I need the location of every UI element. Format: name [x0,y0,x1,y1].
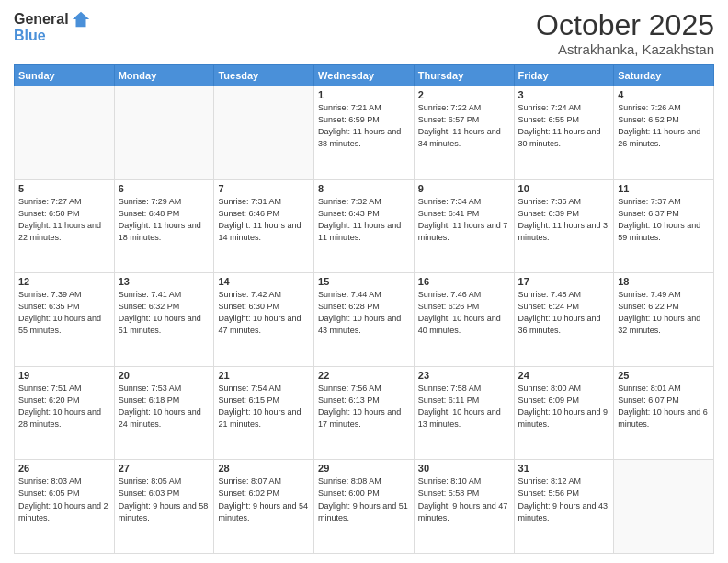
day-of-week-header: Wednesday [314,65,415,86]
day-info: Sunrise: 8:03 AM Sunset: 6:05 PM Dayligh… [18,476,110,523]
calendar-day-cell: 9Sunrise: 7:34 AM Sunset: 6:41 PM Daylig… [414,179,514,273]
calendar-day-cell: 13Sunrise: 7:41 AM Sunset: 6:32 PM Dayli… [114,273,214,367]
day-number: 29 [318,463,410,474]
logo-general-text: General [14,11,69,28]
day-info: Sunrise: 7:21 AM Sunset: 6:59 PM Dayligh… [318,102,410,150]
day-number: 8 [318,183,410,194]
calendar-day-cell: 4Sunrise: 7:26 AM Sunset: 6:52 PM Daylig… [614,86,714,180]
day-info: Sunrise: 7:37 AM Sunset: 6:37 PM Dayligh… [618,196,710,244]
day-info: Sunrise: 7:44 AM Sunset: 6:28 PM Dayligh… [318,289,410,337]
calendar-day-cell [114,86,214,180]
calendar-day-cell: 26Sunrise: 8:03 AM Sunset: 6:05 PM Dayli… [15,460,115,554]
calendar-day-cell: 3Sunrise: 7:24 AM Sunset: 6:55 PM Daylig… [514,86,614,180]
calendar-day-cell: 11Sunrise: 7:37 AM Sunset: 6:37 PM Dayli… [614,179,714,273]
day-info: Sunrise: 8:00 AM Sunset: 6:09 PM Dayligh… [518,383,610,431]
day-number: 14 [218,276,310,287]
calendar-day-cell: 29Sunrise: 8:08 AM Sunset: 6:00 PM Dayli… [314,460,415,554]
day-number: 17 [518,276,610,287]
day-info: Sunrise: 7:41 AM Sunset: 6:32 PM Dayligh… [119,289,210,337]
calendar-day-cell: 12Sunrise: 7:39 AM Sunset: 6:35 PM Dayli… [15,273,115,367]
month-title: October 2025 [536,9,714,41]
day-number: 9 [418,183,510,194]
calendar-week-row: 12Sunrise: 7:39 AM Sunset: 6:35 PM Dayli… [15,273,714,367]
day-number: 5 [18,183,110,194]
day-info: Sunrise: 7:54 AM Sunset: 6:15 PM Dayligh… [218,383,310,431]
calendar-day-cell: 31Sunrise: 8:12 AM Sunset: 5:56 PM Dayli… [514,460,614,554]
day-number: 11 [618,183,710,194]
calendar-day-cell: 21Sunrise: 7:54 AM Sunset: 6:15 PM Dayli… [214,366,314,460]
day-number: 3 [518,89,610,100]
day-info: Sunrise: 7:27 AM Sunset: 6:50 PM Dayligh… [18,196,110,244]
day-info: Sunrise: 7:32 AM Sunset: 6:43 PM Dayligh… [318,196,410,244]
day-number: 16 [418,276,510,287]
calendar-header-row: SundayMondayTuesdayWednesdayThursdayFrid… [15,65,714,86]
day-number: 4 [618,89,710,100]
day-number: 25 [618,370,710,381]
calendar-week-row: 19Sunrise: 7:51 AM Sunset: 6:20 PM Dayli… [15,366,714,460]
day-info: Sunrise: 7:42 AM Sunset: 6:30 PM Dayligh… [218,289,310,337]
day-info: Sunrise: 8:05 AM Sunset: 6:03 PM Dayligh… [119,476,210,523]
calendar-day-cell: 20Sunrise: 7:53 AM Sunset: 6:18 PM Dayli… [114,366,214,460]
title-area: October 2025 Astrakhanka, Kazakhstan [536,9,714,57]
calendar-day-cell [614,460,714,554]
logo: General Blue [14,9,91,44]
day-number: 1 [318,89,410,100]
day-info: Sunrise: 7:53 AM Sunset: 6:18 PM Dayligh… [119,383,210,431]
day-info: Sunrise: 7:48 AM Sunset: 6:24 PM Dayligh… [518,289,610,337]
day-of-week-header: Thursday [414,65,514,86]
calendar-day-cell: 25Sunrise: 8:01 AM Sunset: 6:07 PM Dayli… [614,366,714,460]
day-info: Sunrise: 7:22 AM Sunset: 6:57 PM Dayligh… [418,102,510,150]
svg-marker-0 [72,12,88,28]
day-info: Sunrise: 7:36 AM Sunset: 6:39 PM Dayligh… [518,196,610,244]
day-number: 28 [218,463,310,474]
day-number: 19 [18,370,110,381]
day-of-week-header: Sunday [15,65,115,86]
location-title: Astrakhanka, Kazakhstan [536,41,714,57]
day-info: Sunrise: 8:10 AM Sunset: 5:58 PM Dayligh… [418,476,510,523]
header: General Blue October 2025 Astrakhanka, K… [14,9,714,57]
day-of-week-header: Friday [514,65,614,86]
day-number: 2 [418,89,510,100]
calendar-day-cell: 5Sunrise: 7:27 AM Sunset: 6:50 PM Daylig… [15,179,115,273]
calendar-day-cell: 1Sunrise: 7:21 AM Sunset: 6:59 PM Daylig… [314,86,415,180]
day-info: Sunrise: 7:34 AM Sunset: 6:41 PM Dayligh… [418,196,510,244]
day-number: 18 [618,276,710,287]
day-info: Sunrise: 7:58 AM Sunset: 6:11 PM Dayligh… [418,383,510,431]
calendar-week-row: 5Sunrise: 7:27 AM Sunset: 6:50 PM Daylig… [15,179,714,273]
calendar-day-cell: 28Sunrise: 8:07 AM Sunset: 6:02 PM Dayli… [214,460,314,554]
calendar-day-cell: 14Sunrise: 7:42 AM Sunset: 6:30 PM Dayli… [214,273,314,367]
day-number: 26 [18,463,110,474]
day-number: 10 [518,183,610,194]
calendar-day-cell: 7Sunrise: 7:31 AM Sunset: 6:46 PM Daylig… [214,179,314,273]
day-info: Sunrise: 7:51 AM Sunset: 6:20 PM Dayligh… [18,383,110,431]
day-of-week-header: Saturday [614,65,714,86]
day-info: Sunrise: 8:01 AM Sunset: 6:07 PM Dayligh… [618,383,710,431]
calendar-day-cell: 24Sunrise: 8:00 AM Sunset: 6:09 PM Dayli… [514,366,614,460]
day-info: Sunrise: 8:12 AM Sunset: 5:56 PM Dayligh… [518,476,610,523]
day-info: Sunrise: 7:56 AM Sunset: 6:13 PM Dayligh… [318,383,410,431]
day-of-week-header: Monday [114,65,214,86]
page: General Blue October 2025 Astrakhanka, K… [0,0,728,563]
calendar-day-cell: 8Sunrise: 7:32 AM Sunset: 6:43 PM Daylig… [314,179,415,273]
day-info: Sunrise: 7:39 AM Sunset: 6:35 PM Dayligh… [18,289,110,337]
day-info: Sunrise: 7:29 AM Sunset: 6:48 PM Dayligh… [119,196,210,244]
day-number: 30 [418,463,510,474]
day-info: Sunrise: 8:08 AM Sunset: 6:00 PM Dayligh… [318,476,410,523]
day-number: 31 [518,463,610,474]
day-info: Sunrise: 7:31 AM Sunset: 6:46 PM Dayligh… [218,196,310,244]
day-number: 22 [318,370,410,381]
calendar-day-cell [214,86,314,180]
day-info: Sunrise: 7:46 AM Sunset: 6:26 PM Dayligh… [418,289,510,337]
day-number: 20 [119,370,210,381]
day-info: Sunrise: 7:49 AM Sunset: 6:22 PM Dayligh… [618,289,710,337]
calendar-day-cell [15,86,115,180]
day-info: Sunrise: 7:24 AM Sunset: 6:55 PM Dayligh… [518,102,610,150]
day-info: Sunrise: 7:26 AM Sunset: 6:52 PM Dayligh… [618,102,710,150]
day-number: 23 [418,370,510,381]
calendar-day-cell: 23Sunrise: 7:58 AM Sunset: 6:11 PM Dayli… [414,366,514,460]
logo-icon [71,9,91,29]
calendar-week-row: 26Sunrise: 8:03 AM Sunset: 6:05 PM Dayli… [15,460,714,554]
calendar-day-cell: 6Sunrise: 7:29 AM Sunset: 6:48 PM Daylig… [114,179,214,273]
calendar-week-row: 1Sunrise: 7:21 AM Sunset: 6:59 PM Daylig… [15,86,714,180]
calendar-day-cell: 15Sunrise: 7:44 AM Sunset: 6:28 PM Dayli… [314,273,415,367]
